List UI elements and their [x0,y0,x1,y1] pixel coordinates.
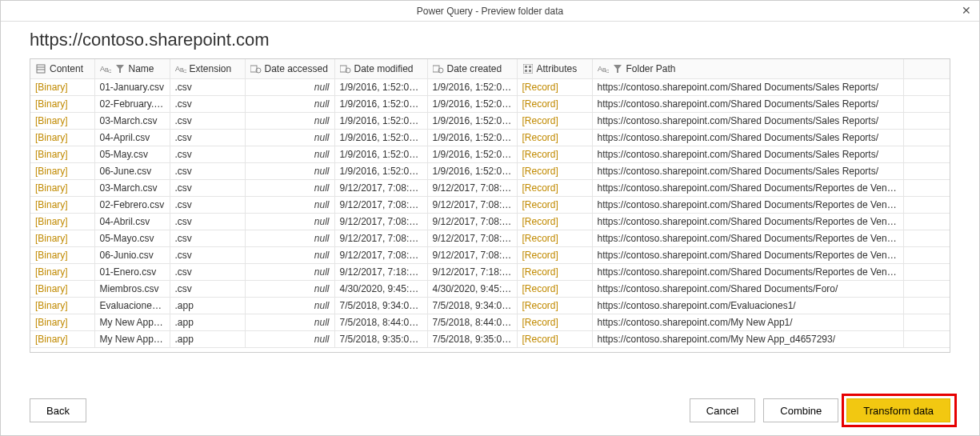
svg-marker-24 [614,65,622,73]
cell-content[interactable]: [Binary] [30,162,94,179]
cell-attributes[interactable]: [Record] [517,263,592,280]
cell-spacer [903,95,950,112]
cell-spacer [903,330,950,347]
table-row[interactable]: [Binary]My New App.app.appnull7/5/2018, … [30,330,950,347]
cell-content[interactable]: [Binary] [30,297,94,314]
cell-attributes[interactable]: [Record] [517,146,592,162]
cell-date-modified: 1/9/2016, 1:52:00 PM [334,129,427,146]
text-type-icon: ABC [175,63,186,74]
cancel-button[interactable]: Cancel [690,398,755,422]
col-date-created[interactable]: Date created [427,59,517,78]
col-name[interactable]: ABCName [94,59,170,78]
cell-attributes[interactable]: [Record] [517,230,592,246]
cell-content[interactable]: [Binary] [30,246,94,263]
table-row[interactable]: [Binary]04-April.csv.csvnull1/9/2016, 1:… [30,129,950,146]
cell-name: My New App.app [94,330,170,347]
cell-content[interactable]: [Binary] [30,330,94,347]
cell-attributes[interactable]: [Record] [517,78,592,95]
cell-content[interactable]: [Binary] [30,95,94,112]
cell-date-modified: 7/5/2018, 9:34:00 AM [334,297,427,314]
cell-attributes[interactable]: [Record] [517,213,592,230]
cell-folder-path: https://contoso.sharepoint.com/Shared Do… [592,179,903,196]
cell-attributes[interactable]: [Record] [517,246,592,263]
cell-attributes[interactable]: [Record] [517,297,592,314]
cell-name: 03-March.csv [94,179,170,196]
cell-name: 03-March.csv [94,112,170,129]
col-content[interactable]: Content [30,59,94,78]
cell-content[interactable]: [Binary] [30,129,94,146]
cell-extension: .csv [170,112,245,129]
table-row[interactable]: [Binary]My New App.app.appnull7/5/2018, … [30,314,950,330]
cell-name: My New App.app [94,314,170,330]
cell-folder-path: https://contoso.sharepoint.com/Shared Do… [592,129,903,146]
cell-spacer [903,146,950,162]
table-row[interactable]: [Binary]05-Mayo.csv.csvnull9/12/2017, 7:… [30,230,950,246]
combine-button[interactable]: Combine [763,398,838,422]
cell-extension: .csv [170,95,245,112]
table-row[interactable]: [Binary]06-June.csv.csvnull1/9/2016, 1:5… [30,162,950,179]
cell-extension: .csv [170,179,245,196]
cell-name: Miembros.csv [94,280,170,297]
cell-date-modified: 9/12/2017, 7:08:00 AM [334,246,427,263]
cell-folder-path: https://contoso.sharepoint.com/My New Ap… [592,314,903,330]
cell-date-modified: 1/9/2016, 1:52:00 PM [334,146,427,162]
cell-content[interactable]: [Binary] [30,230,94,246]
svg-rect-17 [525,66,527,68]
cell-attributes[interactable]: [Record] [517,330,592,347]
cell-date-created: 9/12/2017, 7:08:00 A… [427,179,517,196]
cell-folder-path: https://contoso.sharepoint.com/Shared Do… [592,230,903,246]
cell-attributes[interactable]: [Record] [517,280,592,297]
table-row[interactable]: [Binary]01-January.csv.csvnull1/9/2016, … [30,78,950,95]
cell-date-modified: 7/5/2018, 9:35:00 AM [334,330,427,347]
table-row[interactable]: [Binary]04-Abril.csv.csvnull9/12/2017, 7… [30,213,950,230]
cell-folder-path: https://contoso.sharepoint.com/Shared Do… [592,263,903,280]
table-row[interactable]: [Binary]02-February.csv.csvnull1/9/2016,… [30,95,950,112]
svg-text:C: C [108,69,111,74]
svg-rect-20 [529,70,531,72]
cell-content[interactable]: [Binary] [30,213,94,230]
cell-attributes[interactable]: [Record] [517,179,592,196]
cell-attributes[interactable]: [Record] [517,112,592,129]
cell-content[interactable]: [Binary] [30,314,94,330]
cell-attributes[interactable]: [Record] [517,162,592,179]
table-row[interactable]: [Binary]05-May.csv.csvnull1/9/2016, 1:52… [30,146,950,162]
col-date-accessed[interactable]: Date accessed [245,59,334,78]
cell-content[interactable]: [Binary] [30,196,94,213]
cell-content[interactable]: [Binary] [30,146,94,162]
cell-date-accessed: null [245,95,334,112]
col-extension[interactable]: ABCExtension [170,59,245,78]
table-row[interactable]: [Binary]03-March.csv.csvnull1/9/2016, 1:… [30,112,950,129]
cell-attributes[interactable]: [Record] [517,129,592,146]
table-row[interactable]: [Binary]06-Junio.csv.csvnull9/12/2017, 7… [30,246,950,263]
cell-attributes[interactable]: [Record] [517,196,592,213]
col-folder-path[interactable]: ABCFolder Path [592,59,903,78]
cell-folder-path: https://contoso.sharepoint.com/Shared Do… [592,246,903,263]
transform-data-button[interactable]: Transform data [846,398,950,422]
text-type-icon: ABC [598,63,609,74]
cell-content[interactable]: [Binary] [30,112,94,129]
cell-extension: .app [170,314,245,330]
window-title: Power Query - Preview folder data [417,6,563,17]
cell-date-created: 4/30/2020, 9:45:00 A… [427,280,517,297]
close-icon[interactable]: ✕ [960,4,973,17]
table-row[interactable]: [Binary]01-Enero.csv.csvnull9/12/2017, 7… [30,263,950,280]
cell-attributes[interactable]: [Record] [517,314,592,330]
svg-rect-19 [525,70,527,72]
cell-date-modified: 1/9/2016, 1:52:00 PM [334,112,427,129]
cell-date-accessed: null [245,179,334,196]
cell-content[interactable]: [Binary] [30,179,94,196]
cell-attributes[interactable]: [Record] [517,95,592,112]
col-attributes[interactable]: Attributes [517,59,592,78]
cell-content[interactable]: [Binary] [30,78,94,95]
cell-content[interactable]: [Binary] [30,280,94,297]
table-row[interactable]: [Binary]02-Febrero.csv.csvnull9/12/2017,… [30,196,950,213]
table-row[interactable]: [Binary]Evaluaciones.app.appnull7/5/2018… [30,297,950,314]
cell-date-accessed: null [245,129,334,146]
cell-content[interactable]: [Binary] [30,263,94,280]
preview-table: Content ABCName ABCExtension Date access… [30,58,950,353]
col-date-modified[interactable]: Date modified [334,59,427,78]
table-row[interactable]: [Binary]03-March.csv.csvnull9/12/2017, 7… [30,179,950,196]
cell-date-created: 7/5/2018, 9:35:00 AM [427,330,517,347]
table-row[interactable]: [Binary]Miembros.csv.csvnull4/30/2020, 9… [30,280,950,297]
back-button[interactable]: Back [30,398,86,422]
